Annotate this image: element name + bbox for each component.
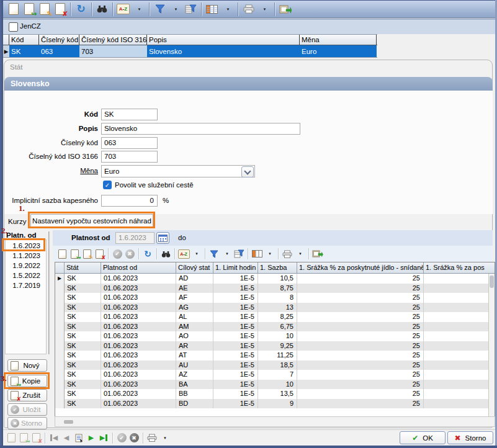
novy-button[interactable]: Nový [7,359,47,372]
nav-print-caret[interactable]: ▼ [158,432,171,444]
column-header-ciselny-kod[interactable]: Číselný kód [39,35,79,45]
last-record-button[interactable]: ▶ [97,432,110,444]
rates-new-button[interactable] [56,248,68,260]
rates-filter-button[interactable] [208,248,220,260]
prev-record-button[interactable]: ◀ [60,432,73,444]
mena-combobox[interactable]: Euro [101,165,255,177]
rates-table-row[interactable]: SK 01.06.2023 AF 1E-5 8 25 [55,293,495,303]
rates-table-row[interactable]: SK 01.06.2023 AU 1E-5 18,5 25 [55,361,495,370]
print-button[interactable] [241,2,256,17]
mena-link-label[interactable]: Měna [0,167,98,174]
column-header-iso[interactable]: Číselný kód ISO 3166 [79,35,147,45]
cell-cilovy-stat: AL [176,312,213,322]
scrollbar-thumb[interactable] [64,420,73,424]
rates-sort-caret[interactable]: ▼ [190,248,202,260]
column-header-cilovy-stat[interactable]: Cílový stat [176,262,213,273]
rates-table-row[interactable]: ▶ SK 01.06.2023 AD 1E-5 10,5 25 [55,274,495,284]
filter-button[interactable] [152,2,168,17]
storno-side-label: Storno [19,419,44,427]
column-header-srazka-pos[interactable]: 1. Srážka % za pos [424,262,495,273]
sort-az-button[interactable]: A-Z [115,2,131,17]
new-button[interactable] [6,2,21,17]
ok-button[interactable]: ✔ OK [400,431,446,444]
rates-copy-button[interactable]: ↪ [68,248,81,260]
rates-columns-caret[interactable]: ▼ [263,248,275,260]
tab-nastaveni-nahrad[interactable]: Nastavení vypočtu cestovních náhrad [30,214,153,228]
kapesne-field[interactable]: 0 [101,195,158,207]
storno-button[interactable]: ✖ Storno [447,431,493,444]
column-header-platnost-od[interactable]: Platnost od [101,262,176,273]
mena-dropdown-button[interactable] [241,166,254,177]
filter-caret[interactable]: ▼ [168,2,183,17]
rates-table-row[interactable]: SK 01.06.2023 AG 1E-5 13 25 [55,303,495,313]
validity-date-item[interactable]: 1.9.2022 [6,261,46,271]
row-selector-cell [55,351,65,361]
copy-button[interactable]: ↪ [21,2,37,17]
countries-grid-selected-row[interactable]: ▶ SK 063 703 Slovensko Euro [3,45,377,58]
validity-date-item[interactable]: 1.7.2019 [6,280,46,290]
horizontal-scrollbar[interactable] [55,416,495,427]
validity-list-header[interactable]: Platn. od [6,231,37,239]
rates-filter-grid-button[interactable] [233,248,245,260]
tab-kurzy[interactable]: Kurzy [8,218,26,225]
validity-date-item[interactable]: 1.5.2022 [6,271,46,280]
povolit-checkbox[interactable]: ✓ [103,181,112,189]
rates-table-row[interactable]: SK 01.06.2023 AO 1E-5 10 25 [55,331,495,341]
vertical-scrollbar[interactable] [488,274,495,416]
zrusit-button[interactable]: ✘ Zrušit [7,389,47,401]
rates-table-row[interactable]: SK 01.06.2023 AE 1E-5 8,75 25 [55,284,495,293]
export-button[interactable] [277,2,293,17]
kopie-button[interactable]: ↪ Kopie [7,375,47,387]
panel-splitter[interactable] [48,231,50,354]
column-header-mena[interactable]: Měna [300,35,377,45]
rates-refresh-button[interactable]: ↻ [141,248,154,260]
delete-button[interactable]: ✘ [52,2,68,17]
columns-caret[interactable]: ▼ [220,2,235,17]
platnost-od-field[interactable]: 1.6.2023 [115,232,154,244]
iso-field[interactable]: 703 [101,151,158,163]
rates-search-button[interactable] [159,248,172,260]
column-header-limit-hodin[interactable]: 1. Limit hodin [213,262,258,273]
edit-button[interactable]: ✎ [37,2,52,17]
calendar-button[interactable] [156,232,169,244]
rates-table-row[interactable]: SK 01.06.2023 AT 1E-5 11,25 25 [55,351,495,361]
validity-date-item[interactable]: 1.1.2023 [6,251,46,261]
rates-table-row[interactable]: SK 01.06.2023 BA 1E-5 10 25 [55,380,495,390]
column-header-stat[interactable]: Stát [65,262,101,273]
rates-delete-button[interactable]: ✘ [93,248,105,260]
record-list-button[interactable] [73,432,85,444]
column-header-popis[interactable]: Popis [147,35,300,45]
sort-az-caret[interactable]: ▼ [131,2,146,17]
print-caret[interactable]: ▼ [256,2,272,17]
rates-export-button[interactable] [311,248,324,260]
validity-date-item[interactable]: 1.6.2023 [6,241,46,251]
rates-table-row[interactable]: SK 01.06.2023 BB 1E-5 13,5 25 [55,389,495,399]
rates-edit-button[interactable]: ✎ [81,248,93,260]
next-record-button[interactable]: ▶ [85,432,97,444]
refresh-button[interactable]: ↻ [73,2,89,17]
jencz-checkbox[interactable] [9,22,18,32]
filter-grid-button[interactable] [183,2,199,17]
rates-table-row[interactable]: SK 01.06.2023 BD 1E-5 9 25 [55,399,495,409]
rates-table-row[interactable]: SK 01.06.2023 AR 1E-5 9,25 25 [55,341,495,351]
scrollbar-thumb[interactable] [490,276,494,288]
search-button[interactable] [94,2,110,17]
rates-print-button[interactable] [281,248,293,260]
rates-table-row[interactable]: SK 01.06.2023 AM 1E-5 6,75 25 [55,322,495,332]
kod-field[interactable]: SK [101,109,158,120]
columns-button[interactable] [204,2,220,17]
ciselny-kod-field[interactable]: 063 [101,137,158,149]
rates-print-caret[interactable]: ▼ [293,248,306,260]
column-header-srazka-snidane[interactable]: 1. Srážka % za poskytnuté jídlo - snídan… [297,262,424,273]
rates-columns-button[interactable] [251,248,263,260]
rates-table-row[interactable]: SK 01.06.2023 AZ 1E-5 7 25 [55,370,495,380]
nav-cancel-button[interactable]: ✖ [128,432,140,444]
rates-filter-caret[interactable]: ▼ [220,248,233,260]
nav-print-button[interactable] [146,432,158,444]
rates-table-row[interactable]: SK 01.06.2023 AL 1E-5 8,25 25 [55,312,495,322]
column-header-sazba[interactable]: 1. Sazba [258,262,297,273]
rates-sort-az-button[interactable]: A-Z [177,248,190,260]
popis-field[interactable]: Slovensko [101,123,300,135]
column-header-kod[interactable]: Kód [9,35,39,45]
first-record-button[interactable]: ◀ [48,432,60,444]
